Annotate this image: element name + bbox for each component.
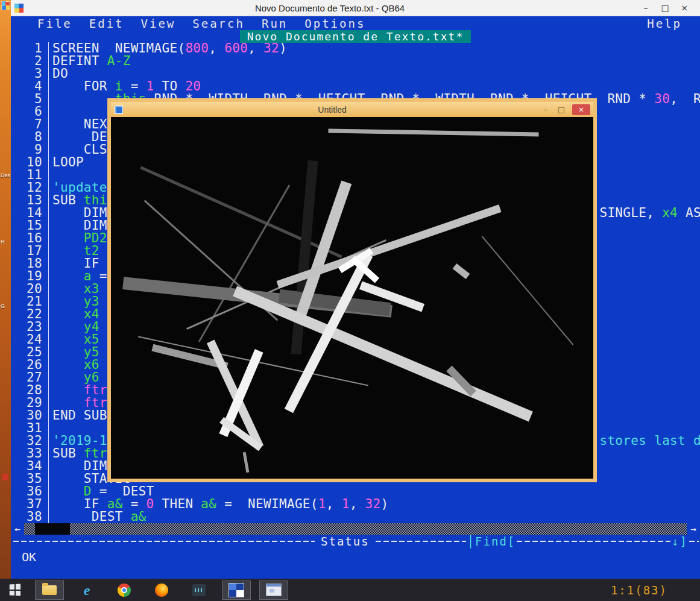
line-number: 28 (11, 384, 42, 397)
line-number: 10 (11, 156, 42, 169)
line-number: 19 (11, 270, 42, 283)
status-divider (376, 541, 466, 542)
window-title: Novo Documento de Texto.txt - QB64 (24, 3, 636, 13)
line-number: 18 (11, 257, 42, 270)
image-viewer-icon (266, 584, 282, 596)
line-number: 37 (11, 498, 42, 511)
menu-edit[interactable]: Edit (81, 17, 133, 30)
desktop-icon-label: H (1, 239, 5, 245)
taskbar-chrome[interactable] (110, 581, 139, 600)
file-explorer-icon (42, 585, 57, 595)
line-number: 16 (11, 232, 42, 245)
menu-options[interactable]: Options (296, 17, 374, 30)
find-arrow[interactable]: ↓] (670, 535, 689, 548)
line-number: 35 (11, 473, 42, 485)
program-canvas (111, 117, 593, 479)
menu-view[interactable]: View (133, 17, 184, 30)
program-maximize-button[interactable]: □ (553, 102, 569, 117)
line-number: 33 (11, 447, 42, 460)
chrome-icon (118, 584, 131, 597)
line-number: 27 (11, 371, 42, 384)
line-number: 15 (11, 219, 42, 232)
taskbar: e 1:1(83) (0, 579, 700, 601)
desktop-icon[interactable] (2, 474, 8, 480)
taskbar-file-explorer[interactable] (35, 581, 64, 600)
program-minimize-button[interactable]: – (538, 102, 553, 117)
code-text: D = _DEST (48, 485, 700, 498)
internet-explorer-icon: e (84, 583, 90, 597)
desktop-wallpaper-strip: DesHG (0, 0, 11, 601)
status-label: Status (315, 535, 376, 548)
code-text: FOR i = 1 TO 20 (48, 80, 700, 93)
line-number: 25 (11, 346, 42, 359)
find-input-line[interactable] (517, 541, 670, 542)
window-controls: – □ × (636, 0, 694, 16)
line-number: 34 (11, 460, 42, 473)
line-number: 12 (11, 181, 42, 194)
code-text: _DEST a& (48, 511, 700, 523)
line-number: 3 (11, 68, 42, 80)
program-title: Untitled (127, 105, 538, 115)
ide-titlebar[interactable]: Novo Documento de Texto.txt - QB64 – □ × (11, 0, 700, 16)
line-number: 21 (11, 295, 42, 308)
find-label[interactable]: │Find[ (466, 535, 517, 548)
scrollbar-thumb[interactable] (35, 523, 70, 535)
file-tab[interactable]: Novo Documento de Texto.txt* (240, 30, 471, 43)
menu-search[interactable]: Search (184, 17, 253, 30)
desktop-icon-label: G (1, 303, 5, 309)
code-line[interactable]: 1SCREEN _NEWIMAGE(800, 600, 32) (11, 42, 700, 55)
menu-run[interactable]: Run (253, 17, 296, 30)
firefox-icon (155, 584, 168, 597)
line-number: 8 (11, 131, 42, 143)
line-number: 38 (11, 511, 42, 523)
scroll-left-arrow[interactable]: ← (11, 523, 24, 535)
line-number: 2 (11, 55, 42, 68)
program-close-button[interactable]: × (572, 104, 590, 115)
minimize-button[interactable]: – (636, 0, 655, 16)
line-number: 23 (11, 321, 42, 333)
code-line[interactable]: 4 FOR i = 1 TO 20 (11, 80, 700, 93)
line-number: 7 (11, 118, 42, 131)
program-output-window: Untitled – □ × (107, 98, 597, 482)
line-number: 32 (11, 435, 42, 447)
windows-logo-icon (9, 584, 20, 596)
line-number: 1 (11, 42, 42, 55)
taskbar-firefox[interactable] (147, 581, 176, 600)
taskbar-media-player[interactable] (184, 581, 213, 600)
code-text: IF a& = 0 THEN a& = _NEWIMAGE(1, 1, 32) (48, 498, 700, 511)
scrollbar-track[interactable] (24, 523, 687, 535)
media-player-icon (192, 584, 206, 596)
taskbar-image-viewer[interactable] (259, 581, 288, 600)
menu-file[interactable]: File (29, 17, 81, 30)
status-line: Status │Find[ ↓] (11, 535, 700, 548)
qb64-icon (229, 583, 244, 597)
random-lines-art (111, 117, 593, 479)
taskbar-internet-explorer[interactable]: e (72, 581, 101, 600)
maximize-button[interactable]: □ (655, 0, 675, 16)
line-number: 36 (11, 485, 42, 498)
taskbar-qb64[interactable] (222, 581, 251, 600)
code-line[interactable]: 2DEFINT A-Z (11, 55, 700, 68)
line-number: 29 (11, 397, 42, 409)
desktop-icon[interactable] (1, 1, 10, 10)
menu-bar: FileEditViewSearchRunOptions Help (11, 16, 700, 30)
line-number: 11 (11, 169, 42, 181)
program-titlebar[interactable]: Untitled – □ × (111, 102, 593, 117)
code-line[interactable]: 38 _DEST a& (11, 511, 700, 523)
menu-help[interactable]: Help (639, 17, 690, 30)
code-text: DO (48, 68, 700, 80)
line-number: 14 (11, 207, 42, 219)
close-button[interactable]: × (675, 0, 694, 16)
start-button[interactable] (2, 580, 27, 600)
scroll-right-arrow[interactable]: → (687, 523, 700, 535)
status-divider (689, 541, 699, 542)
code-text: SCREEN _NEWIMAGE(800, 600, 32) (48, 42, 700, 55)
line-number: 20 (11, 283, 42, 295)
code-line[interactable]: 37 IF a& = 0 THEN a& = _NEWIMAGE(1, 1, 3… (11, 498, 700, 511)
line-number: 6 (11, 105, 42, 118)
line-number: 26 (11, 359, 42, 371)
cursor-position-status: 1:1(83) (611, 584, 667, 597)
code-line[interactable]: 36 D = _DEST (11, 485, 700, 498)
desktop-icon-label: Des (1, 172, 10, 178)
code-line[interactable]: 3DO (11, 68, 700, 80)
